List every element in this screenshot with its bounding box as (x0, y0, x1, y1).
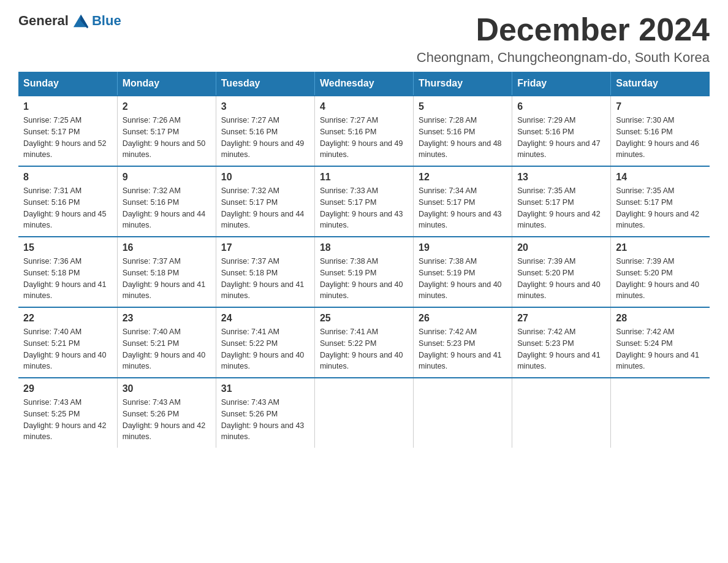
day-cell: 20Sunrise: 7:39 AMSunset: 5:20 PMDayligh… (512, 237, 611, 307)
page-header: General Blue December 2024 Cheongnam, Ch… (18, 12, 710, 66)
day-cell: 1Sunrise: 7:25 AMSunset: 5:17 PMDaylight… (18, 96, 117, 166)
day-info: Sunrise: 7:43 AMSunset: 5:25 PMDaylight:… (23, 397, 112, 443)
day-number: 26 (419, 313, 507, 324)
day-cell: 30Sunrise: 7:43 AMSunset: 5:26 PMDayligh… (117, 378, 216, 448)
day-info: Sunrise: 7:42 AMSunset: 5:23 PMDaylight:… (517, 326, 605, 372)
day-cell: 11Sunrise: 7:33 AMSunset: 5:17 PMDayligh… (314, 166, 413, 237)
day-info: Sunrise: 7:38 AMSunset: 5:19 PMDaylight:… (320, 256, 408, 302)
day-number: 14 (616, 172, 705, 183)
logo-general: General (18, 13, 69, 29)
day-cell: 8Sunrise: 7:31 AMSunset: 5:16 PMDaylight… (18, 166, 117, 237)
day-number: 29 (23, 383, 112, 394)
day-number: 30 (123, 383, 211, 394)
day-cell: 6Sunrise: 7:29 AMSunset: 5:16 PMDaylight… (512, 96, 611, 166)
day-cell: 22Sunrise: 7:40 AMSunset: 5:21 PMDayligh… (18, 307, 117, 378)
day-info: Sunrise: 7:33 AMSunset: 5:17 PMDaylight:… (320, 185, 408, 231)
header-cell-wednesday: Wednesday (314, 72, 413, 96)
day-cell (314, 378, 413, 448)
day-number: 25 (320, 313, 408, 324)
header-cell-tuesday: Tuesday (216, 72, 314, 96)
day-info: Sunrise: 7:39 AMSunset: 5:20 PMDaylight:… (517, 256, 605, 302)
day-cell (512, 378, 611, 448)
header-cell-friday: Friday (512, 72, 611, 96)
day-info: Sunrise: 7:31 AMSunset: 5:16 PMDaylight:… (23, 185, 112, 231)
day-number: 8 (23, 172, 112, 183)
day-info: Sunrise: 7:32 AMSunset: 5:16 PMDaylight:… (123, 185, 211, 231)
day-cell: 27Sunrise: 7:42 AMSunset: 5:23 PMDayligh… (512, 307, 611, 378)
day-number: 5 (419, 101, 507, 112)
day-info: Sunrise: 7:41 AMSunset: 5:22 PMDaylight:… (320, 326, 408, 372)
day-number: 20 (517, 242, 605, 253)
day-number: 31 (221, 383, 309, 394)
day-cell: 16Sunrise: 7:37 AMSunset: 5:18 PMDayligh… (117, 237, 216, 307)
day-cell: 25Sunrise: 7:41 AMSunset: 5:22 PMDayligh… (314, 307, 413, 378)
day-cell: 4Sunrise: 7:27 AMSunset: 5:16 PMDaylight… (314, 96, 413, 166)
day-info: Sunrise: 7:36 AMSunset: 5:18 PMDaylight:… (23, 256, 112, 302)
day-number: 27 (517, 313, 605, 324)
day-info: Sunrise: 7:27 AMSunset: 5:16 PMDaylight:… (320, 115, 408, 161)
day-info: Sunrise: 7:28 AMSunset: 5:16 PMDaylight:… (419, 115, 507, 161)
day-info: Sunrise: 7:35 AMSunset: 5:17 PMDaylight:… (616, 185, 705, 231)
day-number: 9 (123, 172, 211, 183)
day-cell: 3Sunrise: 7:27 AMSunset: 5:16 PMDaylight… (216, 96, 314, 166)
day-cell: 10Sunrise: 7:32 AMSunset: 5:17 PMDayligh… (216, 166, 314, 237)
month-title: December 2024 (417, 12, 710, 47)
header-cell-sunday: Sunday (18, 72, 117, 96)
day-info: Sunrise: 7:34 AMSunset: 5:17 PMDaylight:… (419, 185, 507, 231)
day-cell: 17Sunrise: 7:37 AMSunset: 5:18 PMDayligh… (216, 237, 314, 307)
day-number: 21 (616, 242, 705, 253)
day-cell: 23Sunrise: 7:40 AMSunset: 5:21 PMDayligh… (117, 307, 216, 378)
week-row-2: 8Sunrise: 7:31 AMSunset: 5:16 PMDaylight… (18, 166, 710, 237)
day-info: Sunrise: 7:41 AMSunset: 5:22 PMDaylight:… (221, 326, 309, 372)
day-cell: 31Sunrise: 7:43 AMSunset: 5:26 PMDayligh… (216, 378, 314, 448)
logo-blue: Blue (92, 13, 121, 29)
day-number: 4 (320, 101, 408, 112)
header-row: SundayMondayTuesdayWednesdayThursdayFrid… (18, 72, 710, 96)
day-number: 11 (320, 172, 408, 183)
header-cell-thursday: Thursday (414, 72, 512, 96)
day-cell: 14Sunrise: 7:35 AMSunset: 5:17 PMDayligh… (611, 166, 710, 237)
day-info: Sunrise: 7:42 AMSunset: 5:24 PMDaylight:… (616, 326, 705, 372)
day-cell: 15Sunrise: 7:36 AMSunset: 5:18 PMDayligh… (18, 237, 117, 307)
day-info: Sunrise: 7:39 AMSunset: 5:20 PMDaylight:… (616, 256, 705, 302)
day-cell: 26Sunrise: 7:42 AMSunset: 5:23 PMDayligh… (414, 307, 512, 378)
day-cell: 28Sunrise: 7:42 AMSunset: 5:24 PMDayligh… (611, 307, 710, 378)
calendar-header: SundayMondayTuesdayWednesdayThursdayFrid… (18, 72, 710, 96)
calendar-body: 1Sunrise: 7:25 AMSunset: 5:17 PMDaylight… (18, 96, 710, 448)
week-row-5: 29Sunrise: 7:43 AMSunset: 5:25 PMDayligh… (18, 378, 710, 448)
day-info: Sunrise: 7:25 AMSunset: 5:17 PMDaylight:… (23, 115, 112, 161)
day-number: 7 (616, 101, 705, 112)
day-info: Sunrise: 7:37 AMSunset: 5:18 PMDaylight:… (123, 256, 211, 302)
day-number: 12 (419, 172, 507, 183)
logo: General Blue (18, 12, 121, 29)
day-number: 24 (221, 313, 309, 324)
day-cell (414, 378, 512, 448)
day-number: 15 (23, 242, 112, 253)
day-number: 6 (517, 101, 605, 112)
week-row-3: 15Sunrise: 7:36 AMSunset: 5:18 PMDayligh… (18, 237, 710, 307)
day-info: Sunrise: 7:43 AMSunset: 5:26 PMDaylight:… (221, 397, 309, 443)
day-number: 19 (419, 242, 507, 253)
day-number: 28 (616, 313, 705, 324)
day-info: Sunrise: 7:42 AMSunset: 5:23 PMDaylight:… (419, 326, 507, 372)
day-cell: 24Sunrise: 7:41 AMSunset: 5:22 PMDayligh… (216, 307, 314, 378)
day-cell: 7Sunrise: 7:30 AMSunset: 5:16 PMDaylight… (611, 96, 710, 166)
day-number: 10 (221, 172, 309, 183)
day-number: 13 (517, 172, 605, 183)
day-cell (611, 378, 710, 448)
calendar-table: SundayMondayTuesdayWednesdayThursdayFrid… (18, 72, 710, 448)
day-cell: 29Sunrise: 7:43 AMSunset: 5:25 PMDayligh… (18, 378, 117, 448)
location-title: Cheongnam, Chungcheongnam-do, South Kore… (417, 50, 710, 66)
day-cell: 19Sunrise: 7:38 AMSunset: 5:19 PMDayligh… (414, 237, 512, 307)
day-info: Sunrise: 7:32 AMSunset: 5:17 PMDaylight:… (221, 185, 309, 231)
day-cell: 13Sunrise: 7:35 AMSunset: 5:17 PMDayligh… (512, 166, 611, 237)
day-info: Sunrise: 7:26 AMSunset: 5:17 PMDaylight:… (123, 115, 211, 161)
header-cell-monday: Monday (117, 72, 216, 96)
day-info: Sunrise: 7:29 AMSunset: 5:16 PMDaylight:… (517, 115, 605, 161)
day-number: 23 (123, 313, 211, 324)
day-cell: 18Sunrise: 7:38 AMSunset: 5:19 PMDayligh… (314, 237, 413, 307)
day-info: Sunrise: 7:40 AMSunset: 5:21 PMDaylight:… (123, 326, 211, 372)
day-cell: 2Sunrise: 7:26 AMSunset: 5:17 PMDaylight… (117, 96, 216, 166)
day-number: 3 (221, 101, 309, 112)
day-number: 17 (221, 242, 309, 253)
